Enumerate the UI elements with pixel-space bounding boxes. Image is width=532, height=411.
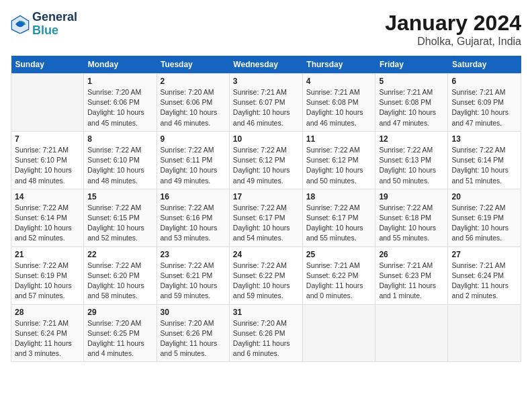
calendar-cell: 22Sunrise: 7:22 AMSunset: 6:20 PMDayligh… — [84, 246, 157, 304]
calendar-week-row: 14Sunrise: 7:22 AMSunset: 6:14 PMDayligh… — [11, 189, 521, 246]
day-number: 21 — [15, 250, 80, 259]
day-number: 5 — [379, 77, 444, 86]
calendar-cell — [302, 304, 375, 362]
day-info: Sunrise: 7:22 AMSunset: 6:21 PMDaylight:… — [161, 261, 226, 302]
day-number: 4 — [306, 77, 372, 86]
weekday-header-row: SundayMondayTuesdayWednesdayThursdayFrid… — [11, 56, 521, 74]
day-info: Sunrise: 7:22 AMSunset: 6:19 PMDaylight:… — [15, 261, 80, 302]
weekday-header-thursday: Thursday — [302, 56, 375, 74]
day-info: Sunrise: 7:21 AMSunset: 6:22 PMDaylight:… — [306, 261, 372, 302]
calendar-title: January 2024 — [385, 11, 521, 36]
calendar-cell: 11Sunrise: 7:22 AMSunset: 6:12 PMDayligh… — [302, 131, 375, 189]
day-number: 24 — [233, 250, 299, 259]
calendar-cell: 30Sunrise: 7:20 AMSunset: 6:26 PMDayligh… — [157, 304, 229, 362]
day-number: 14 — [15, 192, 80, 201]
calendar-cell — [11, 74, 84, 132]
calendar-cell: 29Sunrise: 7:20 AMSunset: 6:25 PMDayligh… — [84, 304, 157, 362]
calendar-cell: 19Sunrise: 7:22 AMSunset: 6:18 PMDayligh… — [375, 189, 448, 246]
calendar-cell: 27Sunrise: 7:21 AMSunset: 6:24 PMDayligh… — [448, 246, 521, 304]
calendar-subtitle: Dholka, Gujarat, India — [385, 36, 521, 48]
calendar-week-row: 1Sunrise: 7:20 AMSunset: 6:06 PMDaylight… — [11, 74, 521, 132]
day-info: Sunrise: 7:21 AMSunset: 6:24 PMDaylight:… — [451, 261, 517, 302]
day-number: 30 — [161, 308, 226, 317]
day-info: Sunrise: 7:22 AMSunset: 6:18 PMDaylight:… — [379, 203, 444, 244]
day-number: 16 — [161, 192, 226, 201]
day-info: Sunrise: 7:22 AMSunset: 6:13 PMDaylight:… — [379, 145, 444, 186]
calendar-cell: 31Sunrise: 7:20 AMSunset: 6:26 PMDayligh… — [229, 304, 302, 362]
day-number: 25 — [306, 250, 372, 259]
day-info: Sunrise: 7:21 AMSunset: 6:09 PMDaylight:… — [451, 87, 517, 128]
day-info: Sunrise: 7:22 AMSunset: 6:12 PMDaylight:… — [306, 145, 372, 186]
day-info: Sunrise: 7:20 AMSunset: 6:06 PMDaylight:… — [87, 87, 152, 128]
calendar-week-row: 28Sunrise: 7:21 AMSunset: 6:24 PMDayligh… — [11, 304, 521, 362]
title-block: January 2024 Dholka, Gujarat, India — [385, 11, 521, 48]
day-number: 31 — [233, 308, 299, 317]
day-info: Sunrise: 7:22 AMSunset: 6:12 PMDaylight:… — [233, 145, 299, 186]
day-number: 27 — [451, 250, 517, 259]
day-number: 22 — [87, 250, 152, 259]
calendar-week-row: 7Sunrise: 7:21 AMSunset: 6:10 PMDaylight… — [11, 131, 521, 189]
calendar-cell: 2Sunrise: 7:20 AMSunset: 6:06 PMDaylight… — [157, 74, 229, 132]
weekday-header-saturday: Saturday — [448, 56, 521, 74]
day-number: 26 — [379, 250, 444, 259]
calendar-cell: 16Sunrise: 7:22 AMSunset: 6:16 PMDayligh… — [157, 189, 229, 246]
page-header: GeneralBlue January 2024 Dholka, Gujarat… — [11, 11, 521, 48]
day-info: Sunrise: 7:21 AMSunset: 6:07 PMDaylight:… — [233, 87, 299, 128]
calendar-cell: 7Sunrise: 7:21 AMSunset: 6:10 PMDaylight… — [11, 131, 84, 189]
day-info: Sunrise: 7:22 AMSunset: 6:11 PMDaylight:… — [161, 145, 226, 186]
calendar-cell: 4Sunrise: 7:21 AMSunset: 6:08 PMDaylight… — [302, 74, 375, 132]
day-number: 18 — [306, 192, 372, 201]
calendar-cell: 18Sunrise: 7:22 AMSunset: 6:17 PMDayligh… — [302, 189, 375, 246]
calendar-week-row: 21Sunrise: 7:22 AMSunset: 6:19 PMDayligh… — [11, 246, 521, 304]
day-number: 13 — [451, 134, 517, 144]
day-number: 29 — [87, 308, 152, 317]
calendar-cell: 23Sunrise: 7:22 AMSunset: 6:21 PMDayligh… — [157, 246, 229, 304]
day-info: Sunrise: 7:22 AMSunset: 6:20 PMDaylight:… — [87, 261, 152, 302]
day-number: 9 — [161, 134, 226, 144]
calendar-cell — [375, 304, 448, 362]
calendar-cell: 12Sunrise: 7:22 AMSunset: 6:13 PMDayligh… — [375, 131, 448, 189]
calendar-cell: 20Sunrise: 7:22 AMSunset: 6:19 PMDayligh… — [448, 189, 521, 246]
calendar-cell: 21Sunrise: 7:22 AMSunset: 6:19 PMDayligh… — [11, 246, 84, 304]
day-info: Sunrise: 7:22 AMSunset: 6:14 PMDaylight:… — [15, 203, 80, 244]
calendar-cell: 10Sunrise: 7:22 AMSunset: 6:12 PMDayligh… — [229, 131, 302, 189]
day-number: 28 — [15, 308, 80, 317]
weekday-header-friday: Friday — [375, 56, 448, 74]
day-number: 20 — [451, 192, 517, 201]
day-info: Sunrise: 7:21 AMSunset: 6:24 PMDaylight:… — [15, 318, 80, 359]
day-info: Sunrise: 7:20 AMSunset: 6:26 PMDaylight:… — [161, 318, 226, 359]
day-info: Sunrise: 7:22 AMSunset: 6:22 PMDaylight:… — [233, 261, 299, 302]
day-number: 19 — [379, 192, 444, 201]
day-info: Sunrise: 7:20 AMSunset: 6:25 PMDaylight:… — [87, 318, 152, 359]
day-info: Sunrise: 7:21 AMSunset: 6:08 PMDaylight:… — [379, 87, 444, 128]
day-info: Sunrise: 7:22 AMSunset: 6:19 PMDaylight:… — [451, 203, 517, 244]
calendar-cell — [448, 304, 521, 362]
day-info: Sunrise: 7:22 AMSunset: 6:17 PMDaylight:… — [233, 203, 299, 244]
day-info: Sunrise: 7:21 AMSunset: 6:10 PMDaylight:… — [15, 145, 80, 186]
calendar-cell: 28Sunrise: 7:21 AMSunset: 6:24 PMDayligh… — [11, 304, 84, 362]
day-number: 1 — [87, 77, 152, 86]
calendar-cell: 1Sunrise: 7:20 AMSunset: 6:06 PMDaylight… — [84, 74, 157, 132]
logo-text: GeneralBlue — [32, 11, 77, 38]
weekday-header-wednesday: Wednesday — [229, 56, 302, 74]
weekday-header-tuesday: Tuesday — [157, 56, 229, 74]
logo: GeneralBlue — [11, 11, 77, 38]
calendar-cell: 13Sunrise: 7:22 AMSunset: 6:14 PMDayligh… — [448, 131, 521, 189]
day-number: 7 — [15, 134, 80, 144]
calendar-cell: 17Sunrise: 7:22 AMSunset: 6:17 PMDayligh… — [229, 189, 302, 246]
day-number: 10 — [233, 134, 299, 144]
day-info: Sunrise: 7:21 AMSunset: 6:23 PMDaylight:… — [379, 261, 444, 302]
day-info: Sunrise: 7:20 AMSunset: 6:06 PMDaylight:… — [161, 87, 226, 128]
day-number: 8 — [87, 134, 152, 144]
day-number: 11 — [306, 134, 372, 144]
day-info: Sunrise: 7:22 AMSunset: 6:16 PMDaylight:… — [161, 203, 226, 244]
day-number: 15 — [87, 192, 152, 201]
calendar-cell: 6Sunrise: 7:21 AMSunset: 6:09 PMDaylight… — [448, 74, 521, 132]
calendar-cell: 15Sunrise: 7:22 AMSunset: 6:15 PMDayligh… — [84, 189, 157, 246]
calendar-table: SundayMondayTuesdayWednesdayThursdayFrid… — [11, 56, 521, 362]
day-info: Sunrise: 7:22 AMSunset: 6:17 PMDaylight:… — [306, 203, 372, 244]
calendar-cell: 14Sunrise: 7:22 AMSunset: 6:14 PMDayligh… — [11, 189, 84, 246]
day-info: Sunrise: 7:21 AMSunset: 6:08 PMDaylight:… — [306, 87, 372, 128]
day-number: 2 — [161, 77, 226, 86]
day-info: Sunrise: 7:20 AMSunset: 6:26 PMDaylight:… — [233, 318, 299, 359]
